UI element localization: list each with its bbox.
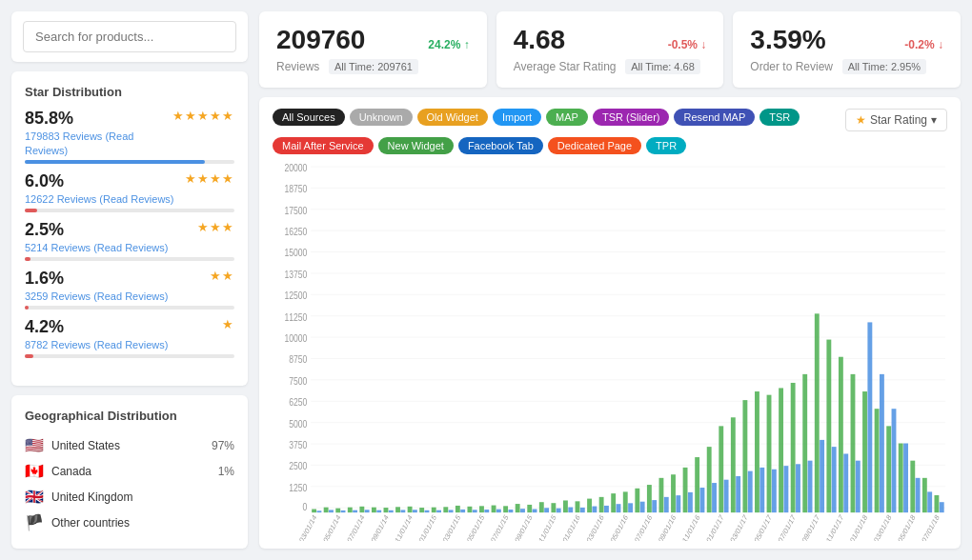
filter-map[interactable]: MAP bbox=[546, 109, 588, 126]
svg-rect-41 bbox=[353, 510, 357, 512]
search-input[interactable] bbox=[23, 21, 236, 52]
svg-rect-135 bbox=[916, 478, 921, 512]
star-dist-item-5: 85.8% 179883 Reviews (Read Reviews) ★★★★… bbox=[25, 109, 234, 164]
svg-rect-78 bbox=[576, 501, 580, 512]
svg-rect-126 bbox=[862, 391, 867, 512]
svg-rect-136 bbox=[922, 478, 927, 512]
uk-flag: 🇬🇧 bbox=[25, 488, 44, 506]
svg-text:09/01/15: 09/01/15 bbox=[514, 513, 534, 541]
svg-rect-131 bbox=[892, 409, 897, 512]
star2-pct: 1.6% bbox=[25, 269, 168, 289]
ca-name: Canada bbox=[51, 465, 211, 478]
svg-text:3750: 3750 bbox=[289, 439, 308, 450]
star-dist-item-2: 1.6% 3259 Reviews (Read Reviews) ★★ bbox=[25, 269, 234, 310]
svg-text:03/01/18: 03/01/18 bbox=[873, 513, 893, 541]
svg-rect-121 bbox=[832, 447, 837, 512]
svg-text:12500: 12500 bbox=[284, 290, 307, 301]
svg-rect-91 bbox=[652, 500, 657, 512]
svg-rect-71 bbox=[533, 510, 537, 513]
star5-link[interactable]: 179883 Reviews (Read Reviews) bbox=[25, 130, 133, 156]
svg-rect-86 bbox=[623, 491, 628, 512]
filter-facebook-tab[interactable]: Facebook Tab bbox=[458, 137, 543, 154]
star4-pct: 6.0% bbox=[25, 171, 174, 191]
us-pct: 97% bbox=[212, 439, 234, 452]
svg-text:01/01/18: 01/01/18 bbox=[849, 513, 869, 541]
star4-link[interactable]: 12622 Reviews (Read Reviews) bbox=[25, 193, 174, 205]
svg-text:07/01/17: 07/01/17 bbox=[777, 513, 797, 541]
star-rating-label: Star Rating bbox=[870, 113, 927, 127]
star2-stars: ★★ bbox=[210, 269, 234, 283]
geo-item-uk: 🇬🇧 United Kingdom bbox=[25, 484, 234, 510]
filter-tsr[interactable]: TSR bbox=[759, 109, 800, 126]
star-rating-button[interactable]: ★ Star Rating ▾ bbox=[845, 109, 947, 131]
filter-tpr[interactable]: TPR bbox=[646, 137, 686, 154]
svg-rect-68 bbox=[516, 504, 520, 512]
bar-chart: 20000 18750 17500 16250 15000 13750 1250… bbox=[273, 162, 947, 541]
svg-rect-139 bbox=[940, 502, 944, 512]
svg-rect-63 bbox=[484, 510, 489, 512]
svg-rect-60 bbox=[467, 507, 472, 512]
svg-rect-46 bbox=[384, 508, 389, 512]
svg-rect-87 bbox=[628, 503, 633, 512]
svg-rect-99 bbox=[700, 488, 705, 512]
star3-link[interactable]: 5214 Reviews (Read Reviews) bbox=[25, 242, 168, 253]
svg-rect-48 bbox=[395, 507, 400, 512]
svg-rect-77 bbox=[568, 508, 573, 513]
svg-rect-97 bbox=[688, 492, 693, 512]
reviews-alltime: All Time: 209761 bbox=[329, 59, 418, 74]
svg-rect-34 bbox=[312, 510, 316, 513]
svg-text:13750: 13750 bbox=[284, 269, 307, 280]
avg-star-change: -0.5% ↓ bbox=[668, 38, 707, 51]
svg-rect-108 bbox=[755, 391, 759, 512]
reviews-label: Reviews bbox=[276, 60, 319, 73]
filter-import[interactable]: Import bbox=[493, 109, 541, 126]
filter-all-sources[interactable]: All Sources bbox=[273, 109, 345, 126]
star2-link[interactable]: 3259 Reviews (Read Reviews) bbox=[25, 290, 168, 302]
svg-rect-74 bbox=[551, 503, 556, 512]
svg-rect-56 bbox=[443, 507, 448, 512]
filter-mail-after-service[interactable]: Mail After Service bbox=[273, 137, 374, 154]
svg-rect-132 bbox=[899, 444, 903, 513]
svg-rect-117 bbox=[808, 461, 813, 512]
svg-rect-37 bbox=[329, 510, 334, 512]
svg-text:11/01/15: 11/01/15 bbox=[537, 513, 557, 541]
svg-rect-73 bbox=[544, 508, 549, 512]
star3-stars: ★★★ bbox=[197, 220, 234, 234]
filter-old-widget[interactable]: Old Widget bbox=[417, 109, 488, 126]
star-dist-title: Star Distribution bbox=[25, 85, 234, 99]
svg-text:8750: 8750 bbox=[289, 353, 308, 365]
star5-stars: ★★★★★ bbox=[172, 109, 234, 123]
geo-item-us: 🇺🇸 United States 97% bbox=[25, 432, 234, 458]
filter-dedicated-page[interactable]: Dedicated Page bbox=[548, 137, 641, 154]
filter-new-widget[interactable]: New Widget bbox=[378, 137, 454, 154]
svg-text:15000: 15000 bbox=[284, 247, 307, 258]
reviews-change: 24.2% ↑ bbox=[428, 38, 469, 51]
svg-rect-49 bbox=[400, 510, 405, 512]
other-name: Other countries bbox=[51, 516, 227, 530]
svg-rect-69 bbox=[520, 509, 525, 512]
svg-rect-70 bbox=[527, 505, 532, 512]
svg-text:01/01/16: 01/01/16 bbox=[561, 513, 581, 541]
filter-tsr-slider[interactable]: TSR (Slider) bbox=[593, 109, 670, 126]
star-dist-item-1: 4.2% 8782 Reviews (Read Reviews) ★ bbox=[25, 317, 234, 358]
svg-text:11/01/16: 11/01/16 bbox=[681, 513, 701, 541]
svg-rect-45 bbox=[376, 510, 381, 512]
filter-resend-map[interactable]: Resend MAP bbox=[674, 109, 755, 126]
stats-row: 209760 24.2% ↑ Reviews All Time: 209761 … bbox=[259, 11, 961, 88]
svg-rect-104 bbox=[731, 417, 736, 512]
svg-rect-38 bbox=[335, 509, 340, 513]
svg-text:09/01/17: 09/01/17 bbox=[800, 513, 820, 541]
avg-star-alltime: All Time: 4.68 bbox=[625, 59, 700, 74]
filter-unknown[interactable]: Unknown bbox=[350, 109, 413, 126]
svg-text:5000: 5000 bbox=[289, 418, 308, 430]
geo-item-other: 🏴 Other countries bbox=[25, 510, 234, 535]
svg-rect-101 bbox=[712, 483, 717, 512]
svg-text:17500: 17500 bbox=[284, 205, 307, 216]
svg-rect-35 bbox=[316, 510, 321, 512]
svg-rect-59 bbox=[460, 510, 465, 512]
svg-rect-76 bbox=[563, 500, 568, 512]
star1-link[interactable]: 8782 Reviews (Read Reviews) bbox=[25, 339, 168, 350]
svg-text:18750: 18750 bbox=[284, 183, 307, 194]
svg-rect-44 bbox=[372, 508, 376, 512]
star4-stars: ★★★★ bbox=[185, 171, 234, 186]
